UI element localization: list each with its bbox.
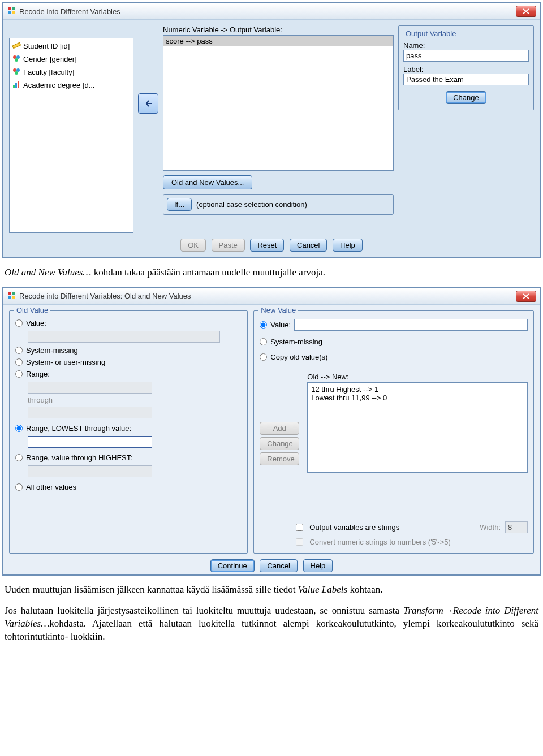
doc-paragraph-3: Jos halutaan luokitella järjestysasteiko… xyxy=(5,604,538,643)
app-icon-2 xyxy=(7,291,16,301)
continue-button[interactable]: Continue xyxy=(210,559,255,572)
output-strings-label: Output variables are strings xyxy=(309,523,399,532)
svg-rect-15 xyxy=(12,292,15,295)
old-range-radio[interactable] xyxy=(15,370,23,378)
output-strings-checkbox[interactable] xyxy=(296,524,303,531)
new-value-input[interactable] xyxy=(294,319,528,331)
svg-point-5 xyxy=(13,55,16,59)
help-button[interactable]: Help xyxy=(333,239,363,252)
svg-rect-2 xyxy=(8,11,11,14)
old-value-input xyxy=(28,331,220,343)
if-button[interactable]: If... xyxy=(167,198,192,211)
old-range-high-row[interactable]: Range, value through HIGHEST: xyxy=(15,453,242,462)
label-label: Label: xyxy=(403,65,529,74)
old-range-row[interactable]: Range: xyxy=(15,370,242,378)
new-copy-row[interactable]: Copy old value(s) xyxy=(260,353,528,361)
old-range-high-radio[interactable] xyxy=(15,454,23,461)
app-icon xyxy=(7,6,16,17)
variable-item[interactable]: Faculty [faculty] xyxy=(11,66,132,79)
svg-rect-3 xyxy=(12,11,15,14)
new-sysmissing-row[interactable]: System-missing xyxy=(260,338,528,346)
svg-rect-17 xyxy=(12,296,15,299)
close-button[interactable] xyxy=(516,6,536,17)
old-sysmissing-row[interactable]: System-missing xyxy=(15,346,242,355)
recode-dialog: Recode into Different Variables Student … xyxy=(2,2,541,258)
help-button-2[interactable]: Help xyxy=(303,559,333,572)
old-new-values-dialog: Recode into Different Variables: Old and… xyxy=(2,287,541,576)
oldnew-list[interactable]: 12 thru Highest --> 1Lowest thru 11,99 -… xyxy=(307,382,528,473)
svg-point-6 xyxy=(16,55,20,59)
oldnew-item[interactable]: 12 thru Highest --> 1 xyxy=(311,385,524,394)
new-value-legend: New Value xyxy=(258,306,298,314)
if-condition-row: If... (optional case selection condition… xyxy=(163,194,394,215)
old-sysmissing-radio[interactable] xyxy=(15,347,23,354)
old-allother-radio[interactable] xyxy=(15,483,23,491)
new-value-row[interactable]: Value: xyxy=(260,319,528,331)
variable-item[interactable]: Academic degree [d... xyxy=(11,79,132,92)
width-input xyxy=(505,521,528,533)
old-range-from xyxy=(28,382,152,394)
old-value-radio[interactable] xyxy=(15,319,23,327)
var-label: Academic degree [d... xyxy=(23,81,94,89)
cancel-button[interactable]: Cancel xyxy=(290,239,327,252)
old-range-high-input xyxy=(28,465,152,477)
old-sysusermissing-radio[interactable] xyxy=(15,358,23,366)
old-range-low-input[interactable] xyxy=(28,436,152,448)
old-range-low-row[interactable]: Range, LOWEST through value: xyxy=(15,424,242,433)
svg-point-9 xyxy=(16,68,20,72)
svg-rect-0 xyxy=(8,7,11,10)
dialog2-body: Old Value Value: System-missing System- … xyxy=(3,305,540,574)
old-sysmissing-label: System-missing xyxy=(26,346,78,355)
var-icon xyxy=(12,80,21,90)
output-variable-legend: Output Variable xyxy=(403,29,458,38)
oldnew-list-label: Old --> New: xyxy=(307,373,528,381)
change2-button: Change xyxy=(260,437,299,450)
old-range-high-label: Range, value through HIGHEST: xyxy=(26,453,132,462)
change-button[interactable]: Change xyxy=(446,91,486,104)
oldnew-item[interactable]: Lowest thru 11,99 --> 0 xyxy=(311,394,524,402)
svg-rect-14 xyxy=(8,292,11,295)
svg-point-10 xyxy=(15,71,18,75)
window-title: Recode into Different Variables xyxy=(19,7,516,16)
remove-button: Remove xyxy=(260,452,299,465)
dialog2-button-row: Continue Cancel Help xyxy=(9,559,534,572)
var-icon xyxy=(12,54,21,64)
svg-rect-12 xyxy=(15,83,17,88)
new-sysmissing-radio[interactable] xyxy=(260,338,267,345)
through-label: through xyxy=(28,396,242,404)
cancel-button-2[interactable]: Cancel xyxy=(260,559,297,572)
variable-mapping-list[interactable]: score --> pass xyxy=(163,35,394,171)
old-value-group: Old Value Value: System-missing System- … xyxy=(9,310,248,554)
source-variable-list[interactable]: Student ID [id]Gender [gender]Faculty [f… xyxy=(9,38,133,233)
mapping-row[interactable]: score --> pass xyxy=(163,36,393,46)
name-input[interactable] xyxy=(403,50,529,62)
new-copy-radio[interactable] xyxy=(260,353,267,361)
old-range-to xyxy=(28,407,152,418)
titlebar-2: Recode into Different Variables: Old and… xyxy=(3,288,540,305)
move-arrow-button[interactable] xyxy=(138,93,158,114)
old-allother-row[interactable]: All other values xyxy=(15,483,242,491)
old-range-label: Range: xyxy=(26,370,50,378)
old-new-values-button[interactable]: Old and New Values... xyxy=(163,175,252,189)
paste-button: Paste xyxy=(212,239,245,252)
var-label: Student ID [id] xyxy=(23,42,70,50)
old-range-low-radio[interactable] xyxy=(15,425,23,432)
close-button-2[interactable] xyxy=(516,291,536,302)
variable-item[interactable]: Student ID [id] xyxy=(11,40,132,53)
doc-paragraph-1: Old and New Values… kohdan takaa päästää… xyxy=(5,266,538,279)
var-icon xyxy=(12,67,21,77)
dialog1-button-row: OK Paste Reset Cancel Help xyxy=(9,239,534,252)
label-input[interactable] xyxy=(403,74,529,85)
old-sysusermissing-row[interactable]: System- or user-missing xyxy=(15,358,242,366)
convert-checkbox xyxy=(296,538,303,546)
new-value-radio[interactable] xyxy=(260,321,267,329)
new-value-label: Value: xyxy=(270,321,291,329)
name-label: Name: xyxy=(403,41,529,50)
var-label: Gender [gender] xyxy=(23,55,77,63)
svg-rect-11 xyxy=(13,85,15,88)
old-allother-label: All other values xyxy=(26,483,76,491)
variable-item[interactable]: Gender [gender] xyxy=(11,53,132,66)
old-value-radio-row[interactable]: Value: xyxy=(15,319,242,327)
reset-button[interactable]: Reset xyxy=(250,239,284,252)
dialog-body: Student ID [id]Gender [gender]Faculty [f… xyxy=(3,20,540,257)
